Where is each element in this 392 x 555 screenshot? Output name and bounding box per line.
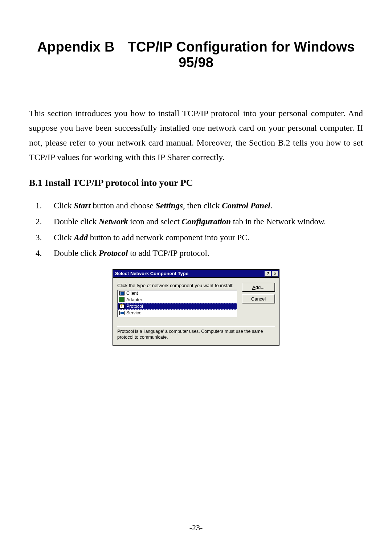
t: button to add network component into you… [88, 233, 249, 242]
dialog-right: Add... Cancel [242, 283, 275, 317]
step-1: 1. Click Start button and choose Setting… [36, 198, 363, 214]
kw-configuration: Configuration [182, 217, 231, 226]
help-button[interactable]: ? [265, 271, 271, 277]
dialog-description: Protocol is a 'language' a computer uses… [113, 327, 279, 345]
step-text: Click Start button and choose Settings, … [54, 198, 273, 214]
t: Double click [54, 217, 99, 226]
list-item-label: Protocol [126, 304, 143, 309]
adapter-icon [119, 297, 125, 302]
add-button[interactable]: Add... [242, 283, 275, 291]
step-number: 4. [36, 245, 44, 261]
title-part-a: Appendix B [37, 39, 114, 54]
list-item-label: Client [126, 291, 138, 296]
step-3: 3. Click Add button to add network compo… [36, 230, 363, 246]
step-4: 4. Double click Protocol to add TCP/IP p… [36, 245, 363, 261]
step-2: 2. Double click Network icon and select … [36, 214, 363, 230]
step-text: Double click Network icon and select Con… [54, 214, 326, 230]
t: . [270, 201, 273, 210]
close-button[interactable]: × [272, 271, 278, 277]
cancel-button[interactable]: Cancel [242, 294, 275, 303]
step-number: 1. [36, 198, 44, 214]
add-rest: dd... [256, 285, 265, 290]
service-icon [119, 310, 125, 315]
section-heading: B.1 Install TCP/IP protocol into your PC [29, 177, 363, 188]
t: Click [54, 201, 74, 210]
select-component-dialog: Select Network Component Type ? × Click … [113, 269, 279, 346]
list-item-label: Service [126, 310, 142, 315]
page-number: -23- [0, 523, 392, 532]
protocol-icon [119, 304, 125, 309]
t: icon and select [128, 217, 181, 226]
kw-add: Add [74, 233, 88, 242]
t: , then click [183, 201, 222, 210]
dialog-left: Click the type of network component you … [117, 283, 237, 317]
title-part-b: TCP/IP Configuration for Windows 95/98 [128, 39, 355, 70]
t: to add TCP/IP protocol. [128, 249, 209, 258]
step-number: 3. [36, 230, 44, 246]
t: tab in the Network window. [231, 217, 326, 226]
help-icon: ? [266, 271, 269, 276]
cancel-label: Cancel [251, 296, 266, 302]
t: button and choose [91, 201, 156, 210]
kw-control-panel: Control Panel [222, 201, 270, 210]
close-icon: × [274, 271, 276, 276]
list-item-service[interactable]: Service [118, 310, 237, 316]
kw-network: Network [99, 217, 128, 226]
kw-start: Start [74, 201, 91, 210]
client-icon [119, 291, 125, 296]
step-text: Double click Protocol to add TCP/IP prot… [54, 245, 209, 261]
step-number: 2. [36, 214, 44, 230]
list-item-adapter[interactable]: Adapter [118, 297, 237, 303]
list-item-protocol-selected[interactable]: Protocol [118, 303, 237, 310]
dialog-figure: Select Network Component Type ? × Click … [29, 269, 363, 346]
list-item-client[interactable]: Client [118, 290, 237, 297]
dialog-title: Select Network Component Type [115, 271, 188, 276]
document-page: Appendix BTCP/IP Configuration for Windo… [0, 0, 392, 555]
dialog-titlebar[interactable]: Select Network Component Type ? × [113, 270, 279, 278]
dialog-instruction: Click the type of network component you … [117, 283, 237, 288]
t: Click [54, 233, 74, 242]
t: Double click [54, 249, 99, 258]
page-title: Appendix BTCP/IP Configuration for Windo… [29, 39, 363, 70]
kw-settings: Settings [155, 201, 183, 210]
dialog-body: Click the type of network component you … [113, 278, 279, 321]
intro-paragraph: This section introduces you how to insta… [29, 106, 363, 164]
titlebar-buttons: ? × [265, 271, 278, 277]
list-item-label: Adapter [126, 297, 142, 302]
add-accel: A [252, 285, 256, 290]
component-listbox[interactable]: Client Adapter Protocol Service [117, 290, 237, 317]
steps-list: 1. Click Start button and choose Setting… [36, 198, 363, 261]
kw-protocol: Protocol [99, 249, 128, 258]
step-text: Click Add button to add network componen… [54, 230, 249, 246]
